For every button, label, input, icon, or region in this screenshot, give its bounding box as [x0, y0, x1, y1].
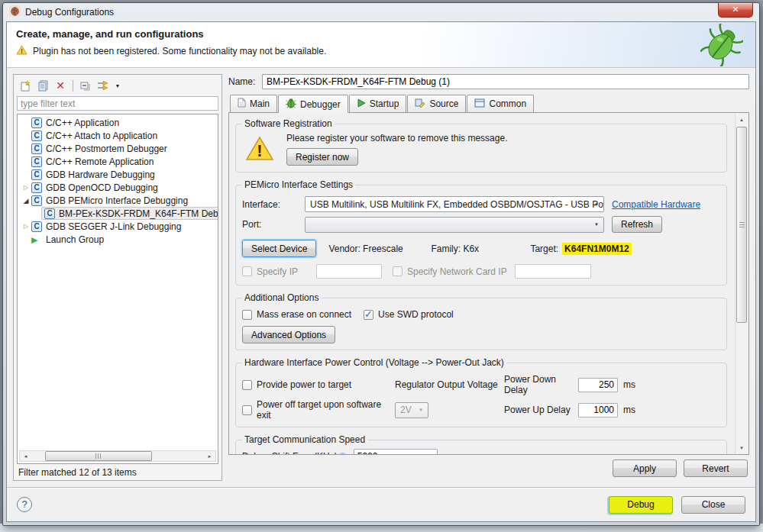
- expand-collapsed-icon[interactable]: ▷: [21, 223, 31, 230]
- target-label: Target:: [530, 243, 558, 254]
- power-control-title: Hardware Interface Power Control (Voltag…: [242, 357, 506, 368]
- tab-main[interactable]: Main: [230, 95, 277, 112]
- scroll-left-button[interactable]: ◄: [20, 451, 31, 461]
- mass-erase-checkbox[interactable]: [242, 310, 252, 320]
- debugger-tab-content: Software Registration ! Please register …: [228, 112, 749, 455]
- registration-warning-icon: !: [245, 136, 274, 163]
- close-icon: ✕: [732, 5, 739, 14]
- tab-bar: Main Debugger Startup: [228, 95, 749, 112]
- window-title: Debug Configurations: [25, 7, 114, 18]
- close-window-button[interactable]: ✕: [718, 3, 753, 18]
- debug-button[interactable]: Debug: [609, 496, 673, 514]
- vendor-value: Freescale: [363, 243, 403, 254]
- main-row: ✕ ▼ C: [7, 68, 755, 487]
- revert-button[interactable]: Revert: [684, 459, 748, 477]
- specify-ip-label: Specify IP: [257, 266, 316, 277]
- debug-shift-freq-input[interactable]: [354, 449, 438, 455]
- communication-speed-group: Target Communication Speed Debug Shift F…: [235, 434, 727, 455]
- collapse-all-button[interactable]: [79, 79, 92, 92]
- vertical-scrollbar[interactable]: ▲ ▼: [735, 114, 748, 453]
- tree-item-cpp-attach[interactable]: C C/C++ Attach to Application: [18, 129, 218, 142]
- pemicro-bug-logo: [700, 24, 743, 69]
- expand-expanded-icon[interactable]: ◢: [21, 197, 31, 205]
- interface-combobox[interactable]: USB Multilink, USB Multilink FX, Embedde…: [305, 196, 604, 212]
- voltage-combobox[interactable]: 2V ▼: [395, 402, 428, 418]
- tab-startup[interactable]: Startup: [349, 95, 407, 112]
- expand-collapsed-icon[interactable]: ▷: [21, 184, 31, 191]
- dialog-footer: ? Debug Close: [7, 487, 755, 521]
- use-swd-checkbox[interactable]: [364, 310, 373, 320]
- svg-text:!: !: [21, 47, 23, 55]
- common-tab-window-icon: [474, 98, 485, 110]
- pemicro-settings-title: PEMicro Interface Settings: [242, 179, 355, 190]
- new-configuration-button[interactable]: [18, 79, 32, 92]
- family-label: Family:: [431, 243, 461, 254]
- pemicro-interface-settings-group: PEMicro Interface Settings Interface: US…: [235, 179, 727, 285]
- filter-configurations-button[interactable]: [96, 79, 110, 92]
- power-up-delay-label: Power Up Delay: [504, 405, 578, 415]
- port-combobox[interactable]: ▼: [305, 217, 604, 233]
- horizontal-scrollbar-thumb[interactable]: [45, 451, 152, 461]
- combo-arrow-icon: ▼: [590, 198, 603, 211]
- compatible-hardware-link[interactable]: Compatible Hardware: [612, 199, 700, 210]
- specify-network-card-checkbox[interactable]: [393, 266, 403, 276]
- vendor-label: Vendor:: [328, 243, 360, 254]
- debug-configurations-dialog: Debug Configurations ✕ Create, manage, a…: [2, 2, 760, 526]
- tree-item-cpp-application[interactable]: C C/C++ Application: [18, 116, 218, 129]
- dialog-body: Create, manage, and run configurations !…: [6, 21, 756, 522]
- use-swd-label: Use SWD protocol: [378, 309, 454, 320]
- tree-item-gdb-pemicro[interactable]: ◢ C GDB PEMicro Interface Debugging: [18, 194, 218, 207]
- debug-shift-freq-label: Debug Shift Freq (KHz): [242, 451, 338, 456]
- tree-item-gdb-openocd[interactable]: ▷ C GDB OpenOCD Debugging: [18, 181, 218, 194]
- refresh-button[interactable]: Refresh: [612, 216, 662, 233]
- scroll-up-button[interactable]: ▲: [736, 114, 748, 125]
- tree-item-gdb-segger[interactable]: ▷ C GDB SEGGER J-Link Debugging: [18, 220, 218, 233]
- power-up-unit: ms: [623, 405, 635, 415]
- configuration-tree: C C/C++ Application C C/C++ Attach to Ap…: [17, 114, 218, 464]
- provide-power-checkbox[interactable]: [242, 380, 252, 390]
- apply-button[interactable]: Apply: [613, 459, 677, 477]
- advanced-options-button[interactable]: Advanced Options: [242, 326, 335, 343]
- ip-address-input[interactable]: [316, 264, 382, 279]
- scroll-right-button[interactable]: ►: [204, 451, 215, 461]
- tree-item-launch-group[interactable]: ▶ Launch Group: [18, 233, 218, 246]
- scroll-down-button[interactable]: ▼: [736, 442, 748, 453]
- regulator-voltage-label: Regulator Output Voltage: [395, 379, 504, 390]
- tab-debugger[interactable]: Debugger: [278, 95, 348, 113]
- specify-ip-checkbox[interactable]: [242, 266, 252, 276]
- tree-item-gdb-hardware[interactable]: C GDB Hardware Debugging: [18, 168, 218, 181]
- c-config-type-icon: C: [31, 118, 42, 128]
- titlebar[interactable]: Debug Configurations ✕: [3, 3, 759, 21]
- combo-arrow-icon: ▼: [590, 218, 603, 231]
- tab-common[interactable]: Common: [467, 95, 534, 112]
- power-up-delay-input[interactable]: [578, 403, 618, 418]
- vertical-scrollbar-thumb[interactable]: [736, 127, 747, 323]
- filter-status-text: Filter matched 12 of 13 items: [17, 464, 218, 479]
- tab-source[interactable]: Source: [407, 95, 466, 112]
- select-device-button[interactable]: Select Device: [242, 240, 316, 257]
- power-down-unit: ms: [623, 379, 635, 390]
- network-card-ip-input[interactable]: [515, 264, 591, 279]
- help-button[interactable]: ?: [17, 497, 32, 512]
- tree-item-cpp-remote[interactable]: C C/C++ Remote Application: [18, 155, 218, 168]
- c-config-type-icon: C: [31, 195, 42, 206]
- startup-tab-play-icon: [357, 98, 366, 110]
- power-off-exit-checkbox[interactable]: [242, 405, 252, 415]
- filter-input[interactable]: [17, 96, 218, 111]
- c-config-type-icon: C: [31, 182, 42, 193]
- tree-item-bm-pex-ksdk-debug[interactable]: C BM-PEx-KSDK-FRDM_K64F-FTM Debug: [18, 207, 218, 220]
- toolbar-menu-button[interactable]: ▼: [114, 79, 121, 92]
- power-down-delay-input[interactable]: [578, 378, 618, 392]
- toolbar-separator: [73, 80, 73, 92]
- configuration-name-input[interactable]: [262, 74, 749, 89]
- duplicate-configuration-button[interactable]: [36, 79, 50, 92]
- register-now-button[interactable]: Register now: [286, 148, 358, 166]
- delete-configuration-button[interactable]: ✕: [53, 79, 67, 92]
- tree-item-cpp-postmortem[interactable]: C C/C++ Postmortem Debugger: [18, 142, 218, 155]
- close-button[interactable]: Close: [681, 496, 745, 514]
- c-config-type-icon: C: [31, 169, 42, 180]
- horizontal-scrollbar[interactable]: ◄ ►: [19, 450, 216, 462]
- header-warning-text: Plugin has not been registered. Some fun…: [33, 46, 326, 56]
- c-config-type-icon: C: [31, 156, 42, 167]
- configurations-toolbar: ✕ ▼: [17, 77, 218, 94]
